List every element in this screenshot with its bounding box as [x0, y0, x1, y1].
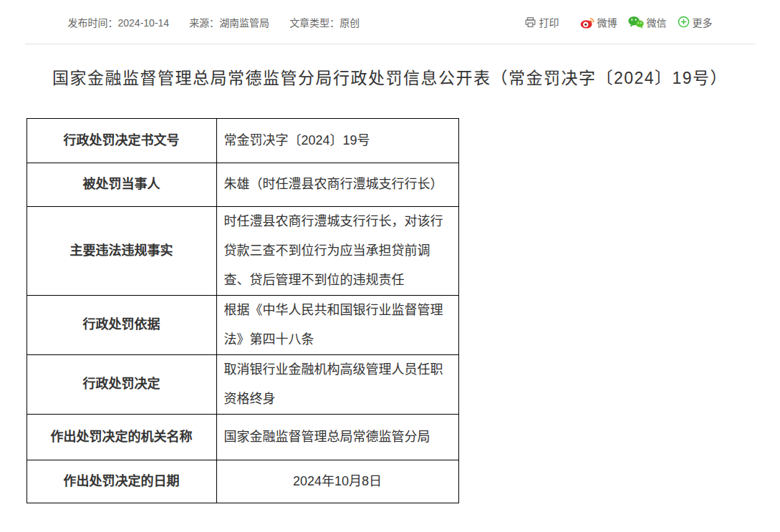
table-row-violation-facts: 主要违法违规事实 时任澧县农商行澧城支行行长，对该行贷款三查不到位行为应当承担贷… — [27, 206, 458, 295]
page-title: 国家金融监督管理总局常德监管分局行政处罚信息公开表（常金罚决字〔2024〕19号… — [29, 68, 751, 90]
print-icon — [524, 16, 536, 28]
row-label: 作出处罚决定的机关名称 — [27, 414, 216, 460]
row-label: 行政处罚决定书文号 — [27, 118, 216, 163]
row-value: 常金罚决字〔2024〕19号 — [216, 118, 458, 163]
wechat-icon — [628, 16, 644, 29]
publish-time-label: 发布时间： — [68, 17, 118, 29]
share-weibo-button[interactable]: 微博 — [580, 15, 617, 29]
article-page: 发布时间：2024-10-14 来源：湖南监管局 文章类型：原创 打印 — [25, 0, 756, 503]
article-type-label: 文章类型： — [289, 17, 340, 29]
penalty-table: 行政处罚决定书文号 常金罚决字〔2024〕19号 被处罚当事人 朱雄（时任澧县农… — [27, 118, 459, 503]
table-row-deciding-authority: 作出处罚决定的机关名称 国家金融监督管理总局常德监管分局 — [27, 414, 458, 460]
more-label: 更多 — [693, 15, 713, 29]
article-source-label: 来源： — [189, 17, 219, 29]
article-type-value: 原创 — [340, 17, 360, 29]
table-row-document-number: 行政处罚决定书文号 常金罚决字〔2024〕19号 — [27, 118, 458, 163]
row-label: 被处罚当事人 — [27, 163, 216, 206]
row-label: 行政处罚依据 — [27, 295, 216, 354]
wechat-label: 微信 — [647, 15, 667, 29]
print-label: 打印 — [539, 15, 559, 29]
more-plus-icon — [678, 16, 690, 28]
article-source: 来源：湖南监管局 — [189, 15, 269, 29]
row-value: 根据《中华人民共和国银行业监督管理法》第四十八条 — [216, 295, 458, 354]
article-type: 文章类型：原创 — [289, 15, 360, 29]
print-button[interactable]: 打印 — [524, 15, 559, 29]
weibo-icon — [580, 16, 594, 29]
row-value: 朱雄（时任澧县农商行澧城支行行长） — [216, 163, 458, 206]
table-row-decision-date: 作出处罚决定的日期 2024年10月8日 — [27, 460, 458, 503]
article-meta-info: 发布时间：2024-10-14 来源：湖南监管局 文章类型：原创 — [68, 15, 360, 29]
article-meta-bar: 发布时间：2024-10-14 来源：湖南监管局 文章类型：原创 打印 — [25, 0, 756, 44]
table-row-punished-party: 被处罚当事人 朱雄（时任澧县农商行澧城支行行长） — [27, 163, 458, 206]
row-value: 取消银行业金融机构高级管理人员任职资格终身 — [216, 354, 458, 414]
publish-time-value: 2024-10-14 — [118, 17, 170, 29]
row-label: 主要违法违规事实 — [27, 206, 216, 295]
share-wechat-button[interactable]: 微信 — [628, 15, 667, 29]
share-more-button[interactable]: 更多 — [678, 15, 713, 29]
share-toolbar: 打印 微博 — [524, 15, 713, 29]
article-source-value: 湖南监管局 — [219, 17, 269, 29]
table-row-penalty-basis: 行政处罚依据 根据《中华人民共和国银行业监督管理法》第四十八条 — [27, 295, 458, 354]
row-label: 行政处罚决定 — [27, 354, 216, 414]
publish-time: 发布时间：2024-10-14 — [68, 15, 170, 29]
weibo-label: 微博 — [597, 15, 617, 29]
row-value: 时任澧县农商行澧城支行行长，对该行贷款三查不到位行为应当承担贷前调查、贷后管理不… — [216, 206, 458, 295]
row-value: 国家金融监督管理总局常德监管分局 — [216, 414, 458, 460]
row-label: 作出处罚决定的日期 — [27, 460, 216, 503]
table-row-penalty-decision: 行政处罚决定 取消银行业金融机构高级管理人员任职资格终身 — [27, 354, 458, 414]
row-value: 2024年10月8日 — [216, 460, 458, 503]
